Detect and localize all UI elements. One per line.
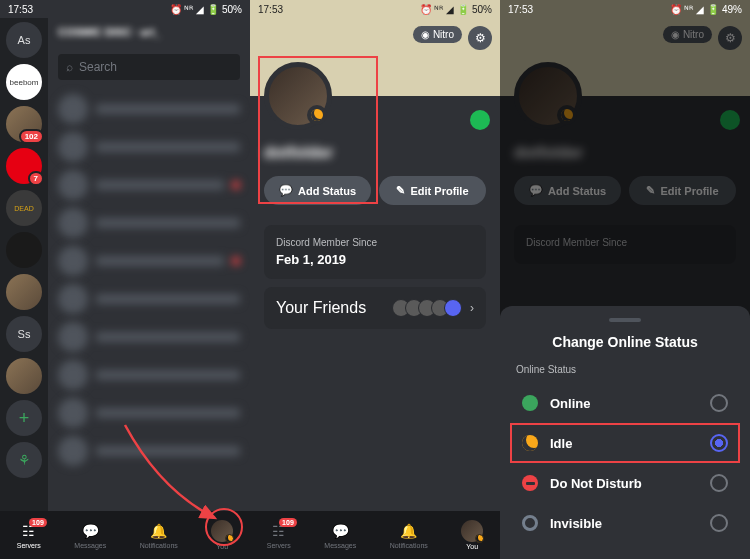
invisible-icon [522,515,538,531]
member-since-card: Discord Member Since [514,225,736,264]
status-option-invisible[interactable]: Invisible [516,503,734,543]
clock: 17:53 [508,4,533,15]
pencil-icon: ✎ [646,184,655,197]
panel-status-sheet: 17:53 ⏰ ᴺᴿ ◢ 🔋49% ◉Nitro ⚙ dotfolder 💬Ad… [500,0,750,559]
server-name[interactable]: COSMIC DISC · art_ [58,26,240,46]
nav-messages[interactable]: 💬Messages [324,521,356,549]
spotify-badge[interactable] [470,110,490,130]
server-icon[interactable]: As [6,22,42,58]
settings-button[interactable]: ⚙ [468,26,492,50]
online-icon [522,395,538,411]
status-option-dnd[interactable]: Do Not Disturb [516,463,734,503]
card-label: Discord Member Since [276,237,474,248]
messages-icon: 💬 [330,521,350,541]
gear-icon: ⚙ [725,31,736,45]
clock: 17:53 [8,4,33,15]
status-option-online[interactable]: Online [516,383,734,423]
nitro-button[interactable]: ◉Nitro [663,26,712,43]
status-bar: 17:53 ⏰ ᴺᴿ ◢ 🔋50% [0,0,250,18]
nitro-icon: ◉ [421,29,430,40]
avatar-icon [461,520,483,542]
status-sheet: Change Online Status Online Status Onlin… [500,306,750,559]
status-icons: ⏰ ᴺᴿ ◢ 🔋50% [170,4,242,15]
status-icons: ⏰ ᴺᴿ ◢ 🔋50% [420,4,492,15]
server-icon[interactable] [6,274,42,310]
dm-item[interactable] [58,90,240,128]
dm-item[interactable] [58,204,240,242]
dm-item[interactable] [58,128,240,166]
panel-profile: 17:53 ⏰ ᴺᴿ ◢ 🔋50% ◉Nitro ⚙ dotfolder 💬Ad… [250,0,500,559]
radio [710,394,728,412]
badge: 102 [19,129,44,144]
dm-item[interactable] [58,432,240,470]
nav-notifications[interactable]: 🔔Notifications [390,521,428,549]
chat-icon: 💬 [529,184,543,197]
annotation-box [510,423,740,463]
radio [710,514,728,532]
chevron-right-icon: › [470,301,474,315]
messages-icon: 💬 [80,521,100,541]
nitro-button[interactable]: ◉Nitro [413,26,462,43]
badge: 7 [28,171,44,186]
server-icon[interactable]: 102 [6,106,42,142]
server-icon[interactable]: Ss [6,316,42,352]
discover-button[interactable]: ⚘ [6,442,42,478]
status-indicator [557,105,577,125]
status-bar: 17:53 ⏰ ᴺᴿ ◢ 🔋50% [250,0,500,18]
dm-item[interactable] [58,318,240,356]
member-since-card: Discord Member Since Feb 1, 2019 [264,225,486,279]
gear-icon: ⚙ [475,31,486,45]
bell-icon: 🔔 [399,521,419,541]
edit-profile-button[interactable]: ✎Edit Profile [629,176,736,205]
nav-servers[interactable]: ☷109 Servers [17,521,41,549]
nav-notifications[interactable]: 🔔Notifications [140,521,178,549]
server-icon[interactable] [6,358,42,394]
server-icon[interactable]: 7 [6,148,42,184]
add-status-button[interactable]: 💬Add Status [514,176,621,205]
sheet-section-label: Online Status [516,364,734,375]
dm-item[interactable] [58,166,240,204]
servers-icon: ☷109 [19,521,39,541]
spotify-badge[interactable] [720,110,740,130]
nitro-icon: ◉ [671,29,680,40]
friend-avatars [397,299,462,317]
servers-icon: ☷109 [269,521,289,541]
nav-servers[interactable]: ☷109Servers [267,521,291,549]
annotation-box [258,56,378,204]
sheet-handle[interactable] [609,318,641,322]
add-server-button[interactable]: + [6,400,42,436]
dm-item[interactable] [58,394,240,432]
server-icon[interactable]: DEAD [6,190,42,226]
server-rail: As beebom 102 7 DEAD Ss + ⚘ [0,18,48,559]
sheet-title: Change Online Status [516,334,734,350]
bell-icon: 🔔 [149,521,169,541]
annotation-circle [205,508,243,546]
nav-messages[interactable]: 💬Messages [74,521,106,549]
panel-server-list: 17:53 ⏰ ᴺᴿ ◢ 🔋50% As beebom 102 7 DEAD S… [0,0,250,559]
server-icon[interactable]: beebom [6,64,42,100]
pencil-icon: ✎ [396,184,405,197]
clock: 17:53 [258,4,283,15]
server-icon[interactable] [6,232,42,268]
radio [710,474,728,492]
nav-you[interactable]: You [461,520,483,550]
search-icon: ⌕ [66,60,73,74]
dm-item[interactable] [58,356,240,394]
idle-icon [561,109,573,121]
search-input[interactable]: ⌕ Search [58,54,240,80]
username: dotfolder [514,144,736,162]
edit-profile-button[interactable]: ✎Edit Profile [379,176,486,205]
your-friends-row[interactable]: Your Friends › [264,287,486,329]
dm-item[interactable] [58,242,240,280]
bottom-nav: ☷109Servers 💬Messages 🔔Notifications You [250,511,500,559]
channel-list: COSMIC DISC · art_ ⌕ Search [48,18,250,519]
status-bar: 17:53 ⏰ ᴺᴿ ◢ 🔋49% [500,0,750,18]
profile-avatar[interactable] [514,62,582,130]
card-label: Discord Member Since [526,237,724,248]
dnd-icon [522,475,538,491]
status-icons: ⏰ ᴺᴿ ◢ 🔋49% [670,4,742,15]
status-option-idle[interactable]: Idle [516,423,734,463]
settings-button[interactable]: ⚙ [718,26,742,50]
dm-item[interactable] [58,280,240,318]
friends-label: Your Friends [276,299,366,317]
